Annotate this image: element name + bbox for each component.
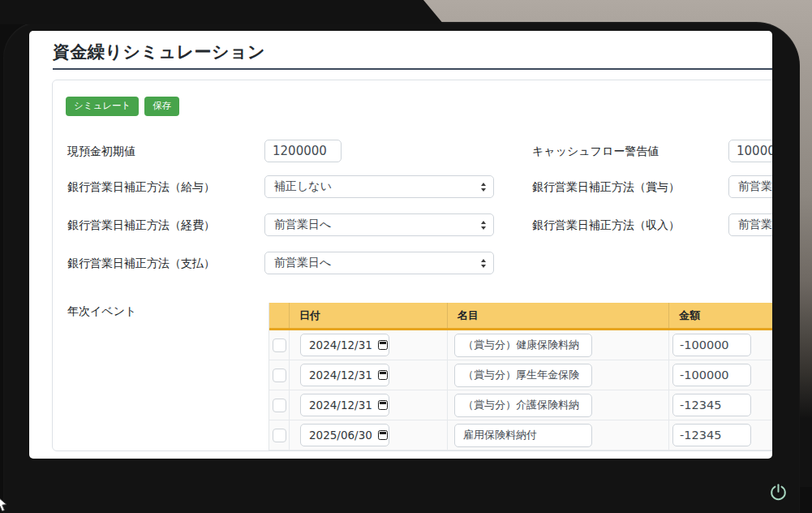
cashflow-warning-input[interactable] [728, 140, 772, 162]
table-header-row: 日付 名目 金額 [269, 303, 772, 330]
event-amount-input[interactable] [672, 364, 751, 386]
calendar-icon [378, 430, 388, 440]
row-checkbox[interactable] [273, 369, 286, 382]
event-name-input[interactable] [454, 334, 592, 357]
name-column-header: 名目 [448, 303, 669, 328]
initial-cash-input[interactable] [264, 140, 342, 162]
form-card: シミュレート 保存 現預金初期値 キャッシュフロー警告値 銀行営業日補正方法（給… [52, 80, 772, 451]
selected-value: 前営業日へ [738, 218, 772, 232]
adjust-salary-select[interactable]: 補正しない [264, 175, 494, 198]
adjust-payment-label: 銀行営業日補正方法（支払） [67, 252, 215, 274]
save-button[interactable]: 保存 [144, 97, 179, 116]
calendar-icon [378, 340, 388, 350]
event-name-input[interactable] [454, 424, 592, 447]
selected-value: 前営業日へ [274, 256, 331, 270]
checkbox-column-header [269, 303, 290, 328]
selected-value: 補正しない [274, 179, 332, 194]
calendar-icon [378, 370, 388, 380]
screen: 資金繰りシミュレーション シミュレート 保存 現預金初期値 キャッシュフロー警告… [29, 31, 772, 459]
updown-arrows-icon [481, 259, 486, 268]
amount-column-header: 金額 [669, 303, 772, 328]
date-input[interactable]: 2024/12/31 [300, 394, 389, 416]
date-value: 2024/12/31 [309, 399, 372, 412]
selected-value: 前営業日へ [274, 218, 331, 232]
adjust-bonus-select[interactable]: 前営業日へ [728, 175, 772, 198]
selected-value: 前営業日へ [738, 179, 772, 194]
table-row: 2024/12/31 [269, 330, 772, 360]
annual-events-table: 日付 名目 金額 2024/12/31 2 [269, 303, 772, 450]
event-amount-input[interactable] [672, 394, 751, 416]
calendar-icon [378, 400, 388, 410]
date-input[interactable]: 2025/06/30 [300, 424, 389, 446]
date-input[interactable]: 2024/12/31 [300, 364, 389, 386]
table-row: 2025/06/30 [269, 420, 772, 450]
date-value: 2025/06/30 [309, 429, 372, 442]
adjust-income-label: 銀行営業日補正方法（収入） [532, 213, 680, 236]
updown-arrows-icon [481, 221, 486, 230]
date-value: 2024/12/31 [309, 338, 372, 351]
simulate-button[interactable]: シミュレート [66, 97, 139, 116]
event-amount-input[interactable] [672, 424, 751, 446]
adjust-payment-select[interactable]: 前営業日へ [264, 252, 494, 274]
title-divider [53, 68, 772, 70]
toolbar: シミュレート 保存 [66, 97, 179, 116]
initial-cash-label: 現預金初期値 [67, 140, 135, 162]
event-name-input[interactable] [454, 364, 592, 387]
form-row: 現預金初期値 キャッシュフロー警告値 [53, 140, 772, 162]
date-input[interactable]: 2024/12/31 [300, 334, 389, 356]
adjust-salary-label: 銀行営業日補正方法（給与） [67, 175, 215, 198]
form-row: 銀行営業日補正方法（支払） 前営業日へ [53, 252, 772, 274]
event-amount-input[interactable] [672, 334, 751, 356]
event-name-input[interactable] [454, 394, 592, 417]
mouse-cursor [0, 496, 11, 513]
power-icon [768, 482, 788, 502]
form-row: 銀行営業日補正方法（経費） 前営業日へ 銀行営業日補正方法（収入） 前営業日へ [53, 213, 772, 236]
table-row: 2024/12/31 [269, 360, 772, 390]
adjust-expense-select[interactable]: 前営業日へ [264, 213, 494, 236]
date-column-header: 日付 [290, 303, 448, 328]
row-checkbox[interactable] [273, 429, 286, 442]
date-value: 2024/12/31 [309, 369, 372, 382]
tablet-bezel-top [0, 0, 445, 24]
form-row: 銀行営業日補正方法（給与） 補正しない 銀行営業日補正方法（賞与） 前営業日へ [53, 175, 772, 198]
page-title: 資金繰りシミュレーション [53, 41, 265, 63]
table-row: 2024/12/31 [269, 390, 772, 420]
updown-arrows-icon [481, 183, 486, 192]
adjust-income-select[interactable]: 前営業日へ [728, 213, 772, 236]
adjust-bonus-label: 銀行営業日補正方法（賞与） [532, 175, 680, 198]
cashflow-warning-label: キャッシュフロー警告値 [532, 140, 659, 162]
annual-events-label: 年次イベント [67, 304, 136, 319]
row-checkbox[interactable] [273, 399, 286, 412]
row-checkbox[interactable] [273, 338, 286, 352]
adjust-expense-label: 銀行営業日補正方法（経費） [67, 213, 215, 236]
